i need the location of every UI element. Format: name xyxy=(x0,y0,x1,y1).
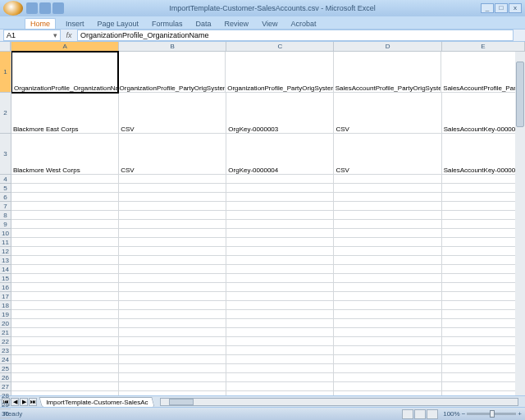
select-all-corner[interactable] xyxy=(0,42,11,52)
cell[interactable] xyxy=(442,319,525,328)
cell[interactable] xyxy=(334,355,441,364)
row-header[interactable]: 10 xyxy=(0,229,11,238)
row-header[interactable]: 16 xyxy=(0,283,11,292)
cell[interactable]: SalesAccountKey-0000003 xyxy=(442,93,525,134)
cell[interactable] xyxy=(226,346,334,355)
row-header[interactable]: 7 xyxy=(0,202,11,211)
qat-redo-icon[interactable] xyxy=(52,2,64,14)
cell[interactable] xyxy=(226,364,334,373)
horizontal-scrollbar[interactable] xyxy=(160,398,518,406)
zoom-in-button[interactable]: + xyxy=(518,410,522,418)
row-header[interactable]: 20 xyxy=(0,319,11,328)
row-header[interactable]: 6 xyxy=(0,193,11,202)
cell[interactable] xyxy=(442,382,525,391)
cell[interactable] xyxy=(334,310,441,319)
cell[interactable] xyxy=(442,346,525,355)
cell[interactable]: Blackmore West Corps xyxy=(11,134,119,175)
cell[interactable] xyxy=(119,238,226,247)
cell[interactable] xyxy=(119,193,226,202)
qat-undo-icon[interactable] xyxy=(39,2,51,14)
cell[interactable] xyxy=(226,301,334,310)
cell[interactable] xyxy=(119,373,226,382)
cell[interactable]: CSV xyxy=(334,134,441,175)
vscroll-thumb[interactable] xyxy=(516,62,524,127)
cell[interactable] xyxy=(11,184,119,193)
vertical-scrollbar[interactable] xyxy=(515,52,525,395)
row-header[interactable]: 18 xyxy=(0,301,11,310)
tab-home[interactable]: Home xyxy=(25,18,56,29)
view-break-icon[interactable] xyxy=(427,409,438,419)
cell[interactable] xyxy=(442,238,525,247)
zoom-slider[interactable] xyxy=(467,413,516,415)
cell[interactable] xyxy=(11,301,119,310)
cell[interactable] xyxy=(119,346,226,355)
fx-icon[interactable]: fx xyxy=(64,31,74,39)
cell[interactable] xyxy=(119,229,226,238)
cell[interactable]: SalesAccountProfile_PartyOrigSystem xyxy=(334,52,442,93)
row-header[interactable]: 27 xyxy=(0,382,11,391)
zoom-level[interactable]: 100% xyxy=(443,410,459,418)
cell[interactable] xyxy=(442,184,525,193)
cell[interactable] xyxy=(11,247,119,256)
cell[interactable] xyxy=(334,220,441,229)
row-header[interactable]: 13 xyxy=(0,256,11,265)
cell[interactable] xyxy=(334,364,441,373)
cell[interactable] xyxy=(442,283,525,292)
cell[interactable] xyxy=(119,265,226,274)
cell[interactable] xyxy=(442,202,525,211)
cell[interactable] xyxy=(334,247,441,256)
cell[interactable] xyxy=(119,382,226,391)
cell[interactable] xyxy=(119,202,226,211)
row-header[interactable]: 29 xyxy=(0,400,11,409)
cell[interactable] xyxy=(442,229,525,238)
cell[interactable] xyxy=(11,391,119,395)
cell[interactable] xyxy=(11,292,119,301)
cell[interactable] xyxy=(334,292,441,301)
cell[interactable] xyxy=(334,256,441,265)
cell[interactable] xyxy=(334,202,441,211)
cell[interactable] xyxy=(226,265,334,274)
cell[interactable] xyxy=(334,346,441,355)
tab-acrobat[interactable]: Acrobat xyxy=(287,19,319,29)
cell[interactable] xyxy=(119,211,226,220)
cell[interactable] xyxy=(11,319,119,328)
col-header-b[interactable]: B xyxy=(119,42,226,51)
cell[interactable] xyxy=(119,283,226,292)
cell[interactable] xyxy=(119,337,226,346)
minimize-button[interactable]: _ xyxy=(481,3,494,13)
cell[interactable] xyxy=(119,328,226,337)
cell[interactable] xyxy=(226,211,334,220)
cell[interactable] xyxy=(442,391,525,395)
cell[interactable] xyxy=(334,373,441,382)
cell[interactable] xyxy=(11,265,119,274)
name-box[interactable]: A1 ▾ xyxy=(3,30,61,41)
row-header[interactable]: 5 xyxy=(0,184,11,193)
row-header[interactable]: 3 xyxy=(0,134,11,175)
cell[interactable] xyxy=(11,310,119,319)
cell[interactable] xyxy=(442,274,525,283)
col-header-d[interactable]: D xyxy=(334,42,441,51)
cell[interactable] xyxy=(442,292,525,301)
cell[interactable] xyxy=(334,283,441,292)
row-header[interactable]: 8 xyxy=(0,211,11,220)
cell[interactable] xyxy=(119,256,226,265)
hscroll-thumb[interactable] xyxy=(169,399,194,405)
cell[interactable]: OrgKey-0000003 xyxy=(226,93,334,134)
row-header[interactable]: 30 xyxy=(0,409,11,418)
cell[interactable] xyxy=(334,391,441,395)
cell[interactable] xyxy=(11,202,119,211)
cell[interactable] xyxy=(226,337,334,346)
row-header[interactable]: 4 xyxy=(0,175,11,184)
cell[interactable] xyxy=(334,382,441,391)
view-layout-icon[interactable] xyxy=(414,409,426,419)
cell[interactable]: OrganizationProfile_OrganizationName xyxy=(11,51,119,94)
cell[interactable] xyxy=(442,211,525,220)
cell[interactable] xyxy=(442,193,525,202)
row-header[interactable]: 14 xyxy=(0,265,11,274)
sheet-tab[interactable]: ImportTemplate-Customer-SalesAc xyxy=(39,397,155,407)
cell[interactable] xyxy=(442,355,525,364)
cell[interactable]: OrgKey-0000004 xyxy=(226,134,334,175)
cell[interactable] xyxy=(11,382,119,391)
cell[interactable] xyxy=(334,238,441,247)
cell[interactable] xyxy=(442,247,525,256)
